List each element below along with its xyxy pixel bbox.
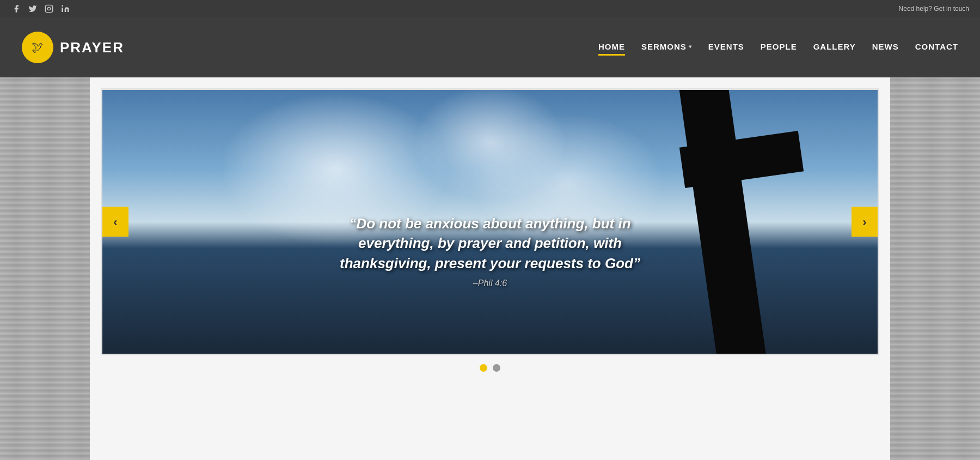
slider-dots	[101, 364, 879, 372]
twitter-icon[interactable]	[27, 3, 38, 14]
svg-point-3	[62, 5, 63, 7]
logo-text: PRAYER	[60, 39, 124, 56]
slider-prev-button[interactable]: ‹	[102, 207, 128, 237]
slider-next-button[interactable]: ›	[852, 207, 878, 237]
linkedin-icon[interactable]	[60, 3, 71, 14]
facebook-icon[interactable]	[11, 3, 22, 14]
instagram-icon[interactable]	[44, 3, 54, 14]
main-content: “Do not be anxious about anything, but i…	[90, 77, 890, 460]
nav-contact[interactable]: CONTACT	[915, 42, 958, 53]
top-bar: Need help? Get in touch	[0, 0, 980, 17]
dove-icon: 🕊	[32, 40, 44, 55]
svg-point-1	[47, 7, 50, 10]
logo[interactable]: 🕊 PRAYER	[22, 32, 124, 63]
slider-dot-2[interactable]	[493, 364, 500, 372]
nav-news[interactable]: NEWS	[872, 42, 899, 53]
sermons-dropdown-arrow: ▾	[689, 44, 692, 50]
main-nav: HOME SERMONS ▾ EVENTS PEOPLE GALLERY NEW…	[598, 42, 958, 53]
help-text: Need help? Get in touch	[899, 5, 969, 13]
svg-rect-0	[45, 5, 52, 12]
nav-gallery[interactable]: GALLERY	[813, 42, 856, 53]
cross-vertical	[678, 88, 765, 355]
social-icons	[11, 3, 71, 14]
slide-reference: –Phil 4:6	[332, 279, 648, 288]
slide-text: “Do not be anxious about anything, but i…	[299, 214, 681, 288]
svg-point-2	[51, 7, 51, 7]
slider-dot-1[interactable]	[480, 364, 487, 372]
nav-sermons[interactable]: SERMONS ▾	[641, 42, 692, 53]
slide-quote: “Do not be anxious about anything, but i…	[332, 214, 648, 273]
logo-circle: 🕊	[22, 32, 53, 63]
nav-people[interactable]: PEOPLE	[761, 42, 797, 53]
header: 🕊 PRAYER HOME SERMONS ▾ EVENTS PEOPLE GA…	[0, 17, 980, 77]
hero-slider: “Do not be anxious about anything, but i…	[101, 88, 879, 355]
nav-home[interactable]: HOME	[598, 42, 625, 53]
nav-events[interactable]: EVENTS	[708, 42, 744, 53]
cross-image	[660, 88, 823, 355]
